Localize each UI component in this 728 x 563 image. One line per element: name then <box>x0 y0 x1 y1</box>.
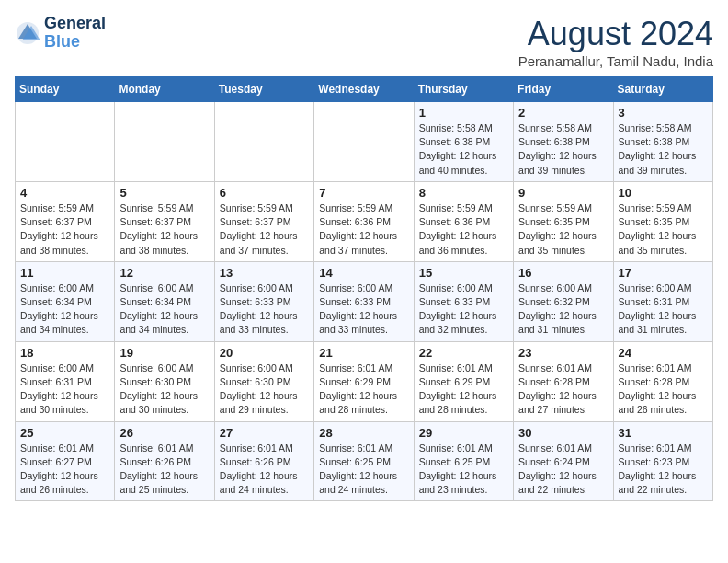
day-info: Sunrise: 6:00 AM Sunset: 6:32 PM Dayligh… <box>518 282 608 338</box>
day-number: 21 <box>319 346 408 360</box>
day-info: Sunrise: 6:01 AM Sunset: 6:25 PM Dayligh… <box>319 442 408 498</box>
calendar-week-row: 1Sunrise: 5:58 AM Sunset: 6:38 PM Daylig… <box>16 102 713 182</box>
calendar-header-row: SundayMondayTuesdayWednesdayThursdayFrid… <box>16 77 713 102</box>
day-info: Sunrise: 6:01 AM Sunset: 6:28 PM Dayligh… <box>619 362 708 418</box>
day-number: 31 <box>619 426 708 440</box>
day-number: 28 <box>319 426 408 440</box>
page-header: General Blue August 2024 Peranamallur, T… <box>15 15 713 69</box>
day-info: Sunrise: 6:01 AM Sunset: 6:29 PM Dayligh… <box>319 362 408 418</box>
location-subtitle: Peranamallur, Tamil Nadu, India <box>518 53 713 69</box>
day-number: 23 <box>518 346 608 360</box>
calendar-cell: 23Sunrise: 6:01 AM Sunset: 6:28 PM Dayli… <box>514 341 613 421</box>
day-number: 8 <box>419 186 508 200</box>
day-info: Sunrise: 6:00 AM Sunset: 6:31 PM Dayligh… <box>619 282 708 338</box>
day-number: 25 <box>20 426 109 440</box>
day-number: 24 <box>619 346 708 360</box>
calendar-cell: 16Sunrise: 6:00 AM Sunset: 6:32 PM Dayli… <box>514 261 613 341</box>
day-number: 10 <box>619 186 708 200</box>
calendar-header-monday: Monday <box>115 77 214 102</box>
day-info: Sunrise: 6:00 AM Sunset: 6:33 PM Dayligh… <box>220 282 309 338</box>
day-info: Sunrise: 6:00 AM Sunset: 6:30 PM Dayligh… <box>119 362 209 418</box>
day-info: Sunrise: 6:00 AM Sunset: 6:33 PM Dayligh… <box>419 282 508 338</box>
day-info: Sunrise: 6:00 AM Sunset: 6:33 PM Dayligh… <box>319 282 408 338</box>
calendar-week-row: 25Sunrise: 6:01 AM Sunset: 6:27 PM Dayli… <box>16 421 713 501</box>
day-number: 5 <box>119 186 209 200</box>
calendar-cell: 5Sunrise: 5:59 AM Sunset: 6:37 PM Daylig… <box>115 181 214 261</box>
day-number: 11 <box>20 266 109 280</box>
calendar-cell: 14Sunrise: 6:00 AM Sunset: 6:33 PM Dayli… <box>314 261 414 341</box>
day-number: 6 <box>220 186 309 200</box>
day-info: Sunrise: 6:01 AM Sunset: 6:24 PM Dayligh… <box>518 442 608 498</box>
calendar-cell: 1Sunrise: 5:58 AM Sunset: 6:38 PM Daylig… <box>414 102 513 182</box>
calendar-body: 1Sunrise: 5:58 AM Sunset: 6:38 PM Daylig… <box>16 102 713 501</box>
logo-line2: Blue <box>44 33 106 52</box>
day-number: 15 <box>419 266 508 280</box>
day-info: Sunrise: 5:58 AM Sunset: 6:38 PM Dayligh… <box>619 121 708 178</box>
calendar-cell: 15Sunrise: 6:00 AM Sunset: 6:33 PM Dayli… <box>414 261 513 341</box>
day-info: Sunrise: 5:59 AM Sunset: 6:35 PM Dayligh… <box>518 201 608 258</box>
day-number: 4 <box>20 186 109 200</box>
day-info: Sunrise: 6:01 AM Sunset: 6:29 PM Dayligh… <box>419 362 508 418</box>
calendar-header-tuesday: Tuesday <box>214 77 313 102</box>
calendar-cell: 28Sunrise: 6:01 AM Sunset: 6:25 PM Dayli… <box>314 421 414 501</box>
day-info: Sunrise: 5:58 AM Sunset: 6:38 PM Dayligh… <box>518 121 608 178</box>
calendar-header-wednesday: Wednesday <box>314 77 414 102</box>
day-info: Sunrise: 5:59 AM Sunset: 6:35 PM Dayligh… <box>619 201 708 258</box>
calendar-cell: 27Sunrise: 6:01 AM Sunset: 6:26 PM Dayli… <box>214 421 313 501</box>
calendar-cell: 12Sunrise: 6:00 AM Sunset: 6:34 PM Dayli… <box>115 261 214 341</box>
calendar-cell: 13Sunrise: 6:00 AM Sunset: 6:33 PM Dayli… <box>214 261 313 341</box>
day-number: 1 <box>419 106 508 120</box>
calendar-week-row: 18Sunrise: 6:00 AM Sunset: 6:31 PM Dayli… <box>16 341 713 421</box>
day-info: Sunrise: 6:01 AM Sunset: 6:25 PM Dayligh… <box>419 442 508 498</box>
calendar-cell: 4Sunrise: 5:59 AM Sunset: 6:37 PM Daylig… <box>16 181 115 261</box>
day-number: 3 <box>619 106 708 120</box>
calendar-cell <box>115 102 214 182</box>
calendar-header-saturday: Saturday <box>613 77 712 102</box>
day-info: Sunrise: 5:59 AM Sunset: 6:37 PM Dayligh… <box>119 201 209 258</box>
calendar-cell <box>16 102 115 182</box>
day-number: 13 <box>220 266 309 280</box>
calendar-week-row: 4Sunrise: 5:59 AM Sunset: 6:37 PM Daylig… <box>16 181 713 261</box>
calendar-cell: 7Sunrise: 5:59 AM Sunset: 6:36 PM Daylig… <box>314 181 414 261</box>
calendar-header-thursday: Thursday <box>414 77 513 102</box>
title-section: August 2024 Peranamallur, Tamil Nadu, In… <box>518 15 713 69</box>
calendar-header-sunday: Sunday <box>16 77 115 102</box>
day-info: Sunrise: 6:01 AM Sunset: 6:28 PM Dayligh… <box>518 362 608 418</box>
day-info: Sunrise: 5:59 AM Sunset: 6:36 PM Dayligh… <box>319 201 408 258</box>
day-number: 2 <box>518 106 608 120</box>
day-number: 12 <box>119 266 209 280</box>
day-number: 7 <box>319 186 408 200</box>
day-info: Sunrise: 5:59 AM Sunset: 6:36 PM Dayligh… <box>419 201 508 258</box>
month-year-title: August 2024 <box>518 15 713 53</box>
day-number: 22 <box>419 346 508 360</box>
calendar-week-row: 11Sunrise: 6:00 AM Sunset: 6:34 PM Dayli… <box>16 261 713 341</box>
day-info: Sunrise: 6:00 AM Sunset: 6:34 PM Dayligh… <box>20 282 109 338</box>
logo: General Blue <box>15 15 106 52</box>
calendar-cell: 2Sunrise: 5:58 AM Sunset: 6:38 PM Daylig… <box>514 102 613 182</box>
day-number: 30 <box>518 426 608 440</box>
day-number: 29 <box>419 426 508 440</box>
day-number: 19 <box>119 346 209 360</box>
calendar-cell: 31Sunrise: 6:01 AM Sunset: 6:23 PM Dayli… <box>613 421 712 501</box>
day-info: Sunrise: 6:00 AM Sunset: 6:30 PM Dayligh… <box>220 362 309 418</box>
day-info: Sunrise: 6:01 AM Sunset: 6:23 PM Dayligh… <box>619 442 708 498</box>
calendar-cell: 26Sunrise: 6:01 AM Sunset: 6:26 PM Dayli… <box>115 421 214 501</box>
calendar-cell: 25Sunrise: 6:01 AM Sunset: 6:27 PM Dayli… <box>16 421 115 501</box>
logo-icon <box>15 20 40 46</box>
calendar-cell: 19Sunrise: 6:00 AM Sunset: 6:30 PM Dayli… <box>115 341 214 421</box>
day-info: Sunrise: 6:01 AM Sunset: 6:27 PM Dayligh… <box>20 442 109 498</box>
day-info: Sunrise: 6:01 AM Sunset: 6:26 PM Dayligh… <box>119 442 209 498</box>
day-number: 17 <box>619 266 708 280</box>
calendar-table: SundayMondayTuesdayWednesdayThursdayFrid… <box>15 76 713 501</box>
day-number: 16 <box>518 266 608 280</box>
day-number: 9 <box>518 186 608 200</box>
day-number: 14 <box>319 266 408 280</box>
day-info: Sunrise: 6:00 AM Sunset: 6:34 PM Dayligh… <box>119 282 209 338</box>
calendar-cell: 21Sunrise: 6:01 AM Sunset: 6:29 PM Dayli… <box>314 341 414 421</box>
calendar-cell: 30Sunrise: 6:01 AM Sunset: 6:24 PM Dayli… <box>514 421 613 501</box>
day-info: Sunrise: 5:59 AM Sunset: 6:37 PM Dayligh… <box>20 201 109 258</box>
day-number: 26 <box>119 426 209 440</box>
logo-text: General Blue <box>44 15 106 52</box>
calendar-cell: 20Sunrise: 6:00 AM Sunset: 6:30 PM Dayli… <box>214 341 313 421</box>
calendar-cell <box>314 102 414 182</box>
